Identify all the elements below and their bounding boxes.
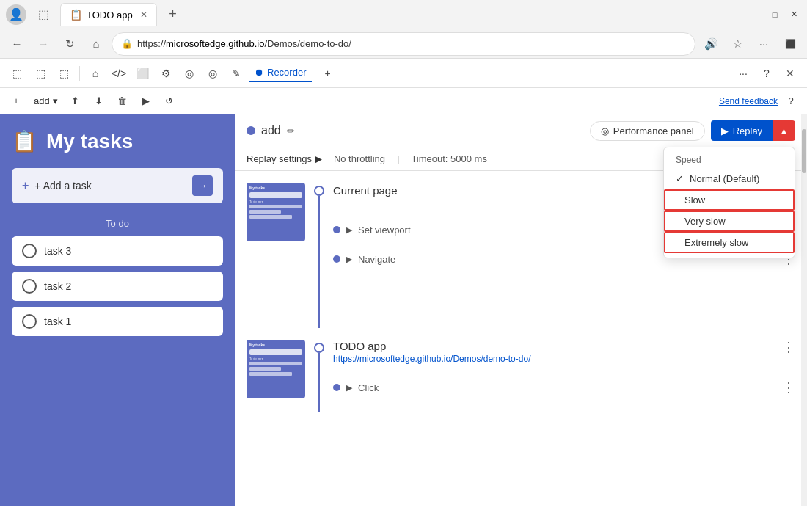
speed-normal-option[interactable]: Normal (Default) (664, 168, 795, 189)
delete-step-btn[interactable]: 🗑 (112, 91, 133, 112)
add-task-input[interactable]: + Add a task (34, 180, 186, 192)
performance-tab[interactable]: ⚙ (155, 62, 177, 84)
play-btn[interactable]: ▶ (136, 91, 156, 112)
performance-panel-btn[interactable]: ◎ Performance panel (590, 121, 705, 141)
sub-more-btn-3[interactable]: ⋮ (782, 380, 795, 395)
settings-arrow-icon: ▶ (315, 153, 322, 164)
add-task-arrow-btn[interactable]: → (192, 175, 213, 196)
task-item-2[interactable]: task 2 (12, 272, 223, 301)
devtools-toolbar: ⬚ ⬚ ⬚ ⌂ </> ⬜ ⚙ ◎ ◎ ✎ ⏺ Recorder + ··· ?… (0, 59, 807, 88)
recording-name: add (261, 124, 281, 137)
speed-dropdown-label: Speed (664, 152, 795, 168)
step-title-2: TODO app (333, 340, 530, 352)
tab[interactable]: 📋 TODO app ✕ (60, 3, 157, 26)
replay-speed-dropdown-btn[interactable]: ▲ (773, 120, 795, 141)
replay-btn[interactable]: ▶ Replay (711, 120, 773, 141)
header-right: ◎ Performance panel ▶ Replay ▲ (590, 120, 795, 141)
move-down-btn[interactable]: ⬇ (89, 91, 109, 112)
sub-dot-3 (333, 384, 340, 391)
app-header: 📋 My tasks (12, 129, 223, 153)
devtools-help-btn[interactable]: ? (756, 62, 778, 84)
speed-extremely-slow-label: Extremely slow (684, 237, 748, 248)
address-url: https://microsoftedge.github.io/Demos/de… (137, 38, 351, 49)
profile-icon[interactable]: 👤 (6, 4, 26, 25)
wifi-tab[interactable]: ◎ (202, 62, 224, 84)
devtools-close-btn[interactable]: ✕ (779, 62, 801, 84)
task-circle-icon (22, 314, 37, 329)
new-tab-button[interactable]: + (163, 4, 183, 25)
scrollbar-thumb[interactable] (802, 129, 806, 173)
network-tab[interactable]: ◎ (178, 62, 200, 84)
console-tab[interactable]: </> (108, 62, 130, 84)
task-item-1[interactable]: task 1 (12, 307, 223, 336)
add-tab-btn[interactable]: + (316, 62, 338, 84)
scrollbar-track[interactable] (801, 114, 807, 506)
speed-slow-option[interactable]: Slow (664, 189, 795, 211)
separator: | (397, 153, 399, 164)
forward-button[interactable]: → (32, 33, 54, 55)
browser-more-icon[interactable]: ··· (753, 33, 775, 55)
reload-button[interactable]: ↻ (59, 33, 81, 55)
read-aloud-icon[interactable]: 🔊 (700, 33, 722, 55)
section-label: To do (12, 218, 223, 229)
tab-icon: 📋 (70, 9, 82, 21)
sub-dot (333, 255, 340, 263)
device-emulation-btn[interactable]: ⬚ (29, 62, 51, 84)
speed-extremely-slow-option[interactable]: Extremely slow (664, 232, 795, 253)
extensions-icon[interactable]: ⬛ (779, 33, 801, 55)
step-subtitle-2: https://microsoftedge.github.io/Demos/de… (333, 354, 530, 364)
home-button[interactable]: ⌂ (85, 33, 107, 55)
sources-tab[interactable]: ⬜ (131, 62, 153, 84)
speed-very-slow-option[interactable]: Very slow (664, 211, 795, 232)
move-up-btn[interactable]: ⬆ (65, 91, 86, 112)
devtools-more-btn[interactable]: ··· (732, 62, 754, 84)
sidebar-toggle[interactable]: ⬚ (32, 4, 54, 26)
add-recording-btn[interactable]: + (6, 91, 26, 112)
maximize-button[interactable]: □ (767, 7, 782, 22)
close-button[interactable]: ✕ (786, 7, 801, 22)
minimize-button[interactable]: − (748, 7, 763, 22)
expand-icon: ▶ (346, 255, 352, 264)
sub-dot (333, 226, 340, 233)
address-bar[interactable]: 🔒 https://microsoftedge.github.io/Demos/… (112, 32, 695, 56)
recorder-icon: ⏺ (255, 67, 264, 78)
browser-titlebar: 👤 ⬚ 📋 TODO app ✕ + − □ ✕ (0, 0, 807, 29)
step-thumbnail: My tasks To do here (247, 183, 305, 241)
step-more-btn-2[interactable]: ⋮ (782, 340, 795, 354)
speed-dropdown: Speed Normal (Default) Slow Very slow Ex… (663, 147, 795, 258)
app-logo-icon: 📋 (12, 129, 37, 153)
back-button[interactable]: ← (6, 33, 28, 55)
replay-settings-link[interactable]: Replay settings ▶ (247, 153, 322, 164)
step-title: Current page (333, 184, 398, 197)
action-dropdown[interactable]: add ▾ (29, 94, 62, 108)
sub-step-click[interactable]: ▶ Click ⋮ (333, 373, 795, 402)
toolbar2-help-btn[interactable]: ? (781, 91, 801, 112)
task-item-3[interactable]: task 3 (12, 236, 223, 266)
edit-name-icon[interactable]: ✏ (287, 125, 295, 136)
add-task-row[interactable]: + + Add a task → (12, 168, 223, 203)
more-tools-tab[interactable]: ✎ (225, 62, 247, 84)
expand-icon: ▶ (346, 383, 352, 393)
performance-panel-label: Performance panel (613, 125, 694, 136)
recorder-panel: add ✏ ◎ Performance panel ▶ Replay ▲ (235, 114, 807, 506)
favorites-icon[interactable]: ☆ (726, 33, 748, 55)
replay-settings-label: Replay settings (247, 153, 312, 164)
replay-step-btn[interactable]: ↺ (159, 91, 180, 112)
sub-label-click: Click (358, 382, 379, 393)
main-area: 📋 My tasks + + Add a task → To do task 3… (0, 114, 807, 506)
replay-play-icon: ▶ (721, 125, 729, 136)
recorder-header: add ✏ ◎ Performance panel ▶ Replay ▲ (235, 114, 807, 147)
recorder-tab[interactable]: ⏺ Recorder (249, 64, 312, 82)
navigation-bar: ← → ↻ ⌂ 🔒 https://microsoftedge.github.i… (0, 29, 807, 59)
devtools-toolbar2: + add ▾ ⬆ ⬇ 🗑 ▶ ↺ Send feedback ? (0, 88, 807, 114)
lock-icon: 🔒 (121, 38, 133, 49)
app-sidebar: 📋 My tasks + + Add a task → To do task 3… (0, 114, 235, 506)
elements-tab[interactable]: ⌂ (84, 62, 106, 84)
send-feedback-link[interactable]: Send feedback (719, 96, 778, 106)
step-node (314, 186, 324, 196)
tab-close-icon[interactable]: ✕ (140, 10, 147, 20)
add-task-plus-icon: + (22, 179, 29, 192)
inspect-element-btn[interactable]: ⬚ (6, 62, 28, 84)
dropdown-chevron-icon: ▾ (53, 95, 58, 106)
panel-layout-btn[interactable]: ⬚ (53, 62, 75, 84)
